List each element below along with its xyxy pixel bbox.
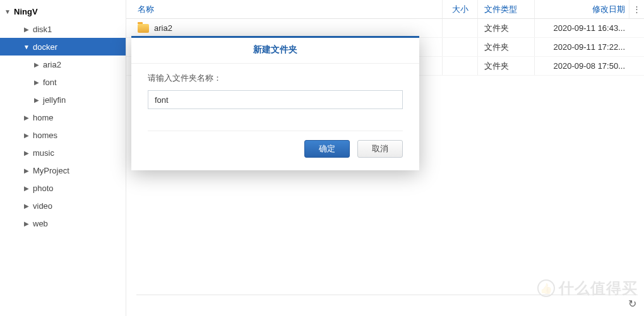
chevron-right-icon [21,202,32,209]
cell-date: 2020-09-08 17:50... [534,57,629,75]
folder-name-input[interactable] [148,90,403,109]
sidebar: NingV disk1dockeraria2fontjellyfinhomeho… [0,0,126,316]
chevron-right-icon [21,185,32,192]
cell-size [442,38,477,56]
header-size[interactable]: 大小 [442,0,477,18]
sidebar-item-label: aria2 [42,60,61,69]
cancel-button[interactable]: 取消 [357,140,403,158]
tree-root-label: NingV [13,7,38,16]
refresh-icon[interactable]: ↻ [628,298,636,310]
cell-date: 2020-09-11 17:22... [534,38,629,56]
header-date[interactable]: 修改日期 [534,0,629,18]
sidebar-item-disk1[interactable]: disk1 [0,20,126,38]
dialog-title: 新建文件夹 [131,38,419,64]
sidebar-item-label: music [32,148,54,158]
sidebar-item-label: font [42,78,57,87]
chevron-right-icon [21,26,32,33]
sidebar-item-home[interactable]: home [0,108,126,126]
sidebar-item-photo[interactable]: photo [0,179,126,197]
chevron-right-icon [32,97,42,103]
status-bar: ↻ [136,295,638,312]
sidebar-item-docker[interactable]: docker [0,38,126,56]
folder-icon [138,24,149,33]
sidebar-item-label: homes [32,131,57,140]
cell-size [442,19,477,37]
chevron-down-icon [21,44,32,50]
cell-type: 文件夹 [477,57,534,75]
chevron-right-icon [32,79,42,86]
sidebar-item-label: disk1 [32,25,52,34]
sidebar-item-music[interactable]: music [0,144,126,161]
chevron-right-icon [21,114,32,121]
sidebar-item-label: jellyfin [42,95,66,105]
sidebar-item-label: video [32,201,52,211]
chevron-right-icon [21,167,32,174]
sidebar-item-label: MyProject [32,166,69,175]
chevron-right-icon [21,149,32,156]
tree-root[interactable]: NingV [0,3,126,20]
sidebar-item-label: web [32,219,48,228]
table-row[interactable]: aria2文件夹2020-09-11 16:43... [126,19,644,38]
sidebar-item-font[interactable]: font [0,73,126,91]
more-icon[interactable]: ⋮ [629,0,644,18]
sidebar-item-myproject[interactable]: MyProject [0,161,126,179]
sidebar-item-label: photo [32,184,54,193]
cell-type: 文件夹 [477,19,534,37]
header-type[interactable]: 文件类型 [477,0,534,18]
cell-date: 2020-09-11 16:43... [534,19,629,37]
chevron-right-icon [32,61,42,68]
cell-name: aria2 [126,23,442,33]
sidebar-item-video[interactable]: video [0,197,126,214]
cell-type: 文件夹 [477,38,534,56]
sidebar-item-label: home [32,113,54,122]
table-header: 名称 大小 文件类型 修改日期 ⋮ [126,0,644,19]
chevron-right-icon [21,132,32,139]
sidebar-item-web[interactable]: web [0,214,126,232]
chevron-down-icon [3,8,13,15]
new-folder-dialog: 新建文件夹 请输入文件夹名称： 确定 取消 [131,36,419,170]
ok-button[interactable]: 确定 [304,140,350,158]
sidebar-item-label: docker [32,42,57,52]
sidebar-item-jellyfin[interactable]: jellyfin [0,91,126,108]
dialog-label: 请输入文件夹名称： [148,73,403,84]
header-name[interactable]: 名称 [126,4,442,15]
sidebar-item-homes[interactable]: homes [0,126,126,144]
cell-size [442,57,477,75]
sidebar-item-aria2[interactable]: aria2 [0,56,126,73]
chevron-right-icon [21,220,32,227]
